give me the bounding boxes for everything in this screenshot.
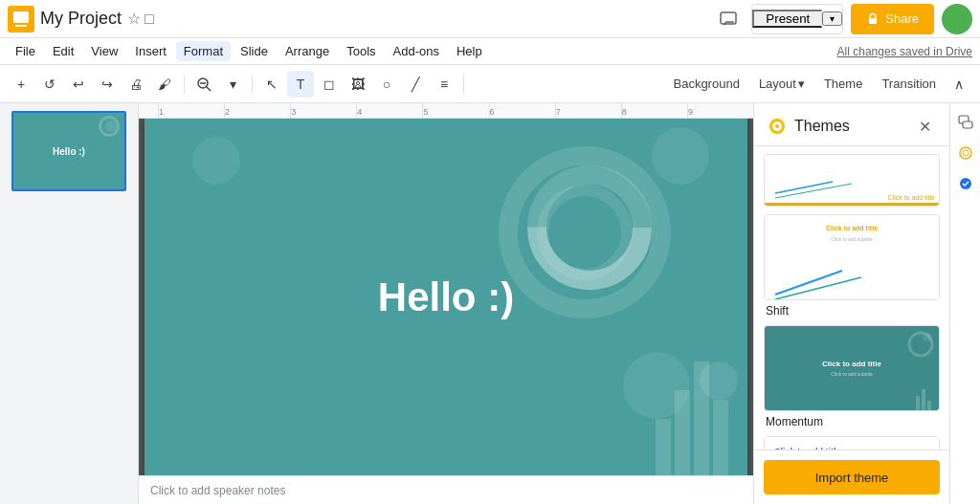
svg-point-25 <box>963 150 969 156</box>
theme-item-momentum[interactable]: Click to add title Click to add subtitle <box>764 325 940 428</box>
svg-line-6 <box>207 87 211 91</box>
toolbar-line[interactable]: ╱ <box>402 71 429 98</box>
svg-line-13 <box>775 182 833 193</box>
toolbar-paint[interactable]: 🖌 <box>151 71 178 98</box>
top-bar: My Project ☆ □ Present ▾ Share <box>0 0 980 38</box>
ruler-marks: 1 2 3 4 5 6 7 8 9 <box>158 103 753 118</box>
toolbar-shapes2[interactable]: ○ <box>373 71 400 98</box>
theme-name-shift: Shift <box>764 304 940 318</box>
bar4 <box>713 400 728 475</box>
toolbar-redo[interactable]: ↪ <box>94 71 121 98</box>
slide-canvas-wrapper[interactable]: Hello :) <box>139 119 753 475</box>
theme-preview-paradigm: Click to add title Click to add subtitle <box>764 436 940 449</box>
svg-rect-20 <box>922 389 925 410</box>
ruler-3: 3 <box>290 103 356 118</box>
slide-thumb-container: 1 Hello :) <box>4 111 134 191</box>
menu-insert[interactable]: Insert <box>127 41 174 61</box>
title-icons: ☆ □ <box>127 10 154 28</box>
slide-thumbnail[interactable]: Hello :) <box>11 111 126 191</box>
momentum-bg: Click to add title Click to add subtitle <box>765 326 939 410</box>
background-button[interactable]: Background <box>665 71 746 98</box>
momentum-content: Click to add title Click to add subtitle <box>822 360 881 377</box>
toolbar-print[interactable]: 🖨 <box>122 71 149 98</box>
layout-button[interactable]: Layout ▾ <box>751 71 813 98</box>
slide-hello-text[interactable]: Hello :) <box>378 274 514 320</box>
notes-placeholder: Click to add speaker notes <box>150 484 285 497</box>
present-button-group: Present ▾ <box>751 4 843 34</box>
toolbar-slide-actions: Background Layout ▾ Theme Transition <box>665 71 944 98</box>
share-button[interactable]: Share <box>851 4 934 34</box>
right-sidebar <box>949 103 980 504</box>
toolbar-zoom-dropdown[interactable]: ▾ <box>219 71 246 98</box>
main-area: 1 Hello :) 1 2 3 4 5 6 7 8 <box>0 103 980 504</box>
menu-arrange[interactable]: Arrange <box>278 41 337 61</box>
themes-close-button[interactable]: ✕ <box>913 115 936 138</box>
momentum-bars <box>916 382 935 410</box>
folder-icon[interactable]: □ <box>145 11 154 28</box>
menu-edit[interactable]: Edit <box>45 41 81 61</box>
ruler-5: 5 <box>422 103 488 118</box>
menu-format[interactable]: Format <box>176 41 231 61</box>
momentum-circles <box>906 330 935 359</box>
user-avatar[interactable] <box>942 4 972 34</box>
present-button[interactable]: Present <box>752 10 822 28</box>
toolbar-collapse[interactable]: ∧ <box>946 71 972 98</box>
svg-line-16 <box>775 277 861 299</box>
thumb-hello: Hello :) <box>53 146 85 157</box>
toolbar-undo[interactable]: ↩ <box>65 71 92 98</box>
menu-addons[interactable]: Add-ons <box>386 41 447 61</box>
sidebar-chat-icon[interactable] <box>954 111 977 134</box>
theme-item-paradigm[interactable]: Click to add title Click to add subtitle… <box>764 436 940 449</box>
comment-icon <box>719 10 738 29</box>
ruler-9: 9 <box>687 103 753 118</box>
notes-bar[interactable]: Click to add speaker notes <box>139 475 753 504</box>
menu-tools[interactable]: Tools <box>339 41 383 61</box>
toolbar-zoom-out[interactable] <box>190 71 217 98</box>
toolbar-shape[interactable]: ◻ <box>316 71 343 98</box>
top-bar-right: Present ▾ Share <box>713 4 972 34</box>
zoom-icon <box>196 77 212 92</box>
theme-button[interactable]: Theme <box>816 71 870 98</box>
toolbar-more[interactable]: ≡ <box>431 71 457 98</box>
checkmark-icon <box>958 176 973 191</box>
menu-help[interactable]: Help <box>449 41 490 61</box>
toolbar-undo2[interactable]: ↺ <box>36 71 63 98</box>
toolbar-add[interactable]: + <box>8 71 34 98</box>
menu-view[interactable]: View <box>83 41 125 61</box>
theme-name-momentum: Momentum <box>764 415 940 428</box>
chat-bubbles-icon <box>958 115 973 130</box>
sidebar-themes-active-icon[interactable] <box>954 142 977 164</box>
themes-list: Click to add title Click to add title Cl… <box>754 146 949 449</box>
lock-icon <box>866 12 880 26</box>
ruler-1: 1 <box>158 103 224 118</box>
sidebar-check-icon[interactable] <box>954 172 977 195</box>
logo-area: My Project ☆ □ <box>8 6 154 33</box>
theme-item-shift-partial[interactable]: Click to add title <box>764 154 940 207</box>
present-dropdown[interactable]: ▾ <box>822 11 842 26</box>
menu-slide[interactable]: Slide <box>233 41 276 61</box>
toolbar-cursor[interactable]: ↖ <box>258 71 285 98</box>
transition-button[interactable]: Transition <box>874 71 944 98</box>
ruler-top: 1 2 3 4 5 6 7 8 9 <box>139 103 753 119</box>
ruler-2: 2 <box>224 103 290 118</box>
toolbar-text[interactable]: T <box>287 71 314 98</box>
theme-preview-momentum: Click to add title Click to add subtitle <box>764 325 940 411</box>
toolbar-image[interactable]: 🖼 <box>345 71 371 98</box>
star-icon[interactable]: ☆ <box>127 10 141 28</box>
comment-button[interactable] <box>713 4 744 34</box>
shift-lines-partial <box>765 174 939 203</box>
svg-rect-1 <box>13 11 29 23</box>
momentum-title-text: Click to add title <box>822 360 881 368</box>
bar1 <box>656 419 671 475</box>
pie-chart <box>527 165 652 290</box>
share-label: Share <box>885 11 919 26</box>
menu-file[interactable]: File <box>8 41 43 61</box>
theme-item-shift[interactable]: Click to add title Click to add subtitle… <box>764 214 940 318</box>
import-theme-button[interactable]: Import theme <box>764 460 940 494</box>
theme-preview-shift-partial: Click to add title <box>764 154 940 207</box>
saved-status: All changes saved in Drive <box>837 45 972 58</box>
google-slides-logo <box>8 6 34 33</box>
theme-preview-shift: Click to add title Click to add subtitle <box>764 214 940 300</box>
themes-icon <box>768 117 787 136</box>
project-title: My Project <box>40 9 122 29</box>
